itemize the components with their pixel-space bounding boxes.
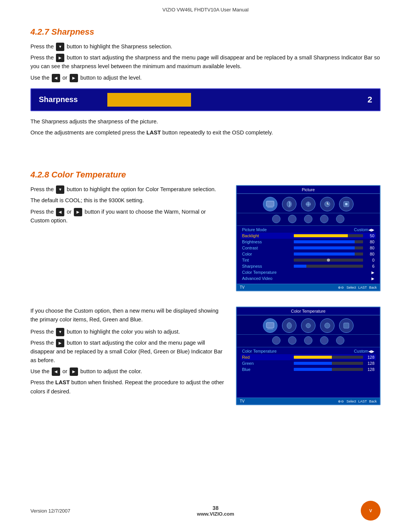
section-427-para2: Press the button to start adjusting the … [30,53,381,71]
svg-point-16 [306,323,311,328]
osd2-row-green: Green 128 [241,360,376,366]
section-427-title: 4.2.7 Sharpness [30,27,381,37]
osd-fill-color [294,252,355,256]
osd-val-tint: 0 [365,258,374,262]
vizio-logo-text: V [369,508,372,513]
osd-bar-sharpness [294,265,363,268]
section-427-para1: Press the button to highlight the Sharpn… [30,42,381,51]
osd-arrow-advanced-video: ▶ [369,276,374,281]
left-icon [52,74,60,82]
osd-row-picture-mode: Picture Mode Custom ◀▶ [241,227,376,233]
osd-icons-row-2 [237,315,380,335]
s428-para1: Press the button to highlight the option… [30,185,225,194]
osd-nav-select: Select [346,286,356,289]
s428b-para3: Press the button to start adjusting the … [30,339,225,365]
osd-icons-row [237,194,380,213]
osd-arrow-picture-mode: ◀▶ [368,228,374,232]
osd-row-color-temp: Color Temperature ▶ [241,269,376,275]
osd2-name-red: Red [242,355,292,359]
osd-small-icon-3 [304,215,312,223]
osd-small-icon2-4 [320,336,328,345]
sharpness-bar-value: 2 [368,95,372,105]
s428b-para4: Use the or button to adjust the color. [30,367,225,376]
section-427-para3: Use the or button to adjust the level. [30,73,381,82]
s428b-para2: Press the button to highlight the color … [30,328,225,336]
osd2-nav-back: Back [369,399,377,403]
right-icon-4 [56,339,64,347]
right-icon-3 [74,208,82,216]
left-icon-2 [56,208,64,216]
section-428-title: 4.2.8 Color Temperature [30,170,381,180]
footer-page-number: 38 [197,505,234,511]
svg-rect-0 [266,201,274,206]
osd-small-icon-2 [288,215,296,223]
text-column: Press the button to highlight the option… [30,185,225,227]
osd-row-sharpness: Sharpness 6 [241,263,376,269]
osd-second-icons-row [237,213,380,226]
osd2-nav-select: Select [346,399,356,403]
osd-name-color-temp: Color Temperature [242,270,292,275]
sharpness-bar: Sharpness 2 [30,88,381,111]
osd-bar-tint [294,259,363,262]
osd-nav-arrows: ⊕⊖ [338,286,344,289]
osd-icon-picture-circle [263,197,277,211]
osd2-row-color-temp: Color Temperature Custom ◀▶ [241,348,376,354]
osd-footer-nav-1: ⊕⊖ Select LAST Back [338,286,377,289]
osd-footer-nav-2: ⊕⊖ Select LAST Back [338,399,377,403]
section-427-after1: The Sharpness adjusts the sharpness of t… [30,117,381,126]
two-column-layout: Press the button to highlight the option… [30,185,381,291]
osd-icon2-channel-circle [301,318,315,333]
osd-nav-back: Back [369,286,377,289]
osd-nav-last: LAST [358,286,367,289]
svg-rect-18 [344,323,349,328]
osd2-row-red: Red 128 [241,354,376,360]
footer-center: 38 www.VIZIO.com [197,505,234,517]
osd-row-backlight: Backlight 50 [241,233,376,239]
osd-name-picture-mode: Picture Mode [242,227,292,232]
osd2-row-blue: Blue 128 [241,366,376,372]
osd-small-icon2-3 [304,336,312,345]
osd-icon2-setup-circle [339,318,354,333]
osd-val-color: 80 [365,252,374,256]
osd-row-contrast: Contrast 80 [241,245,376,251]
osd-icon2-sound [282,318,296,333]
osd-icon-setup [339,197,354,211]
osd-icon-picture [263,197,277,211]
section-428-bottom: If you choose the Custom option, then a … [30,307,381,405]
osd-fill-backlight [294,234,348,237]
page-header: VIZIO VW46L FHDTV10A User Manual [0,0,411,16]
osd-bar-contrast [294,246,363,249]
osd2-val-color-temp: Custom [354,349,368,353]
section-427: 4.2.7 Sharpness Press the button to high… [30,27,381,137]
down-icon-2 [56,185,64,194]
last-bold: LAST [147,129,161,136]
svg-point-17 [325,323,330,328]
osd-icon2-time-circle [320,318,335,333]
osd-small-icon-4 [320,215,328,223]
osd2-fill-red [294,356,332,359]
osd-name-tint: Tint [242,258,292,262]
svg-rect-14 [267,329,273,329]
down-icon [56,43,64,51]
osd-footer-label-2: TV [240,399,245,403]
s428-para2: The default is COOL; this is the 9300K s… [30,196,225,205]
footer-version: Version 12/7/2007 [30,508,70,514]
osd-footer-2: TV ⊕⊖ Select LAST Back [237,398,380,404]
section-427-after2: Once the adjustments are completed press… [30,128,381,137]
text-col-bottom: If you choose the Custom option, then a … [30,307,225,398]
osd2-bar-blue [294,368,363,371]
osd-icon-time [320,197,335,211]
osd-val-backlight: 50 [365,233,374,238]
osd-screen-2: Color Temperature [236,307,381,405]
svg-rect-11 [345,203,347,205]
osd-name-contrast: Contrast [242,246,292,250]
osd-arrow-color-temp: ▶ [369,270,374,275]
s428b-para5: Press the LAST button when finished. Rep… [30,378,225,396]
osd-row-color: Color 80 [241,251,376,257]
osd2-arrow-color-temp: ◀▶ [368,349,374,353]
osd2-nav-last: LAST [358,399,367,403]
osd-menu-items: Picture Mode Custom ◀▶ Backlight 50 [237,226,380,284]
sharpness-indicator-fill [107,93,191,107]
osd-picture-screen: Picture [236,185,381,291]
osd-name-brightness: Brightness [242,240,292,244]
